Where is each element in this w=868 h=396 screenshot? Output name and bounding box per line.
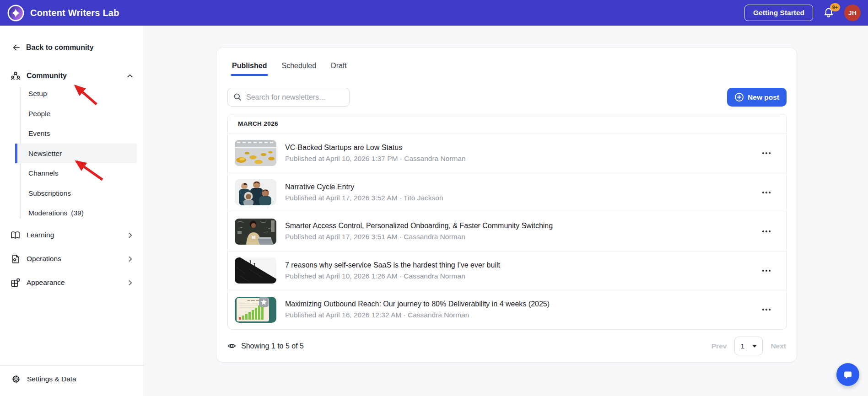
sidebar-item-setup[interactable]: Setup bbox=[0, 84, 137, 104]
chevron-right-icon bbox=[126, 255, 135, 263]
arrow-left-icon bbox=[12, 43, 21, 52]
post-row[interactable]: Smarter Access Control, Personalized Onb… bbox=[228, 212, 787, 251]
tab-scheduled[interactable]: Scheduled bbox=[281, 62, 316, 76]
post-text: Maximizing Outbound Reach: Our journey t… bbox=[285, 300, 550, 319]
post-thumbnail-team-photo bbox=[235, 179, 276, 205]
plus-circle-icon bbox=[734, 92, 744, 102]
post-thumbnail-person-blackboard bbox=[235, 219, 276, 245]
post-row[interactable]: Narrative Cycle Entry Published at April… bbox=[228, 173, 787, 212]
main-content: Published Scheduled Draft New p bbox=[144, 26, 868, 396]
post-meta: Published at April 17, 2026 3:52 AM · Ti… bbox=[285, 194, 443, 202]
newsletter-search bbox=[227, 88, 350, 107]
back-to-community-link[interactable]: Back to community bbox=[12, 43, 94, 52]
sidebar-section-operations[interactable]: Operations bbox=[10, 252, 135, 265]
new-post-button[interactable]: New post bbox=[727, 88, 787, 107]
sidebar-section-appearance[interactable]: Appearance bbox=[10, 276, 135, 289]
page-select-value: 1 bbox=[740, 342, 744, 350]
post-title: Narrative Cycle Entry bbox=[285, 183, 443, 191]
document-gear-icon bbox=[10, 254, 21, 264]
prev-page-button[interactable]: Prev bbox=[712, 342, 727, 350]
eye-icon bbox=[227, 342, 236, 350]
post-options-button[interactable] bbox=[758, 263, 775, 278]
sidebar-item-subscriptions[interactable]: Subscriptions bbox=[0, 183, 137, 203]
gear-icon bbox=[11, 374, 21, 384]
top-bar-actions: Getting Started 9+ JH bbox=[744, 5, 861, 21]
layout-blocks-icon bbox=[10, 278, 21, 288]
post-thumbnail-bar-chart bbox=[235, 297, 276, 323]
chat-widget-button[interactable] bbox=[836, 363, 859, 386]
app-title: Content Writers Lab bbox=[30, 8, 119, 18]
sidebar-item-channels[interactable]: Channels bbox=[0, 163, 137, 183]
app-window: Content Writers Lab Getting Started 9+ J… bbox=[0, 0, 868, 396]
community-label: Community bbox=[27, 72, 67, 80]
chevron-down-icon bbox=[752, 345, 757, 348]
chat-bubble-icon bbox=[841, 368, 854, 381]
post-options-button[interactable] bbox=[758, 185, 775, 200]
newsletter-card: Published Scheduled Draft New p bbox=[216, 47, 797, 363]
chevron-right-icon bbox=[126, 231, 135, 240]
post-meta: Published at April 10, 2026 1:26 AM · Ca… bbox=[285, 272, 500, 280]
post-text: VC-Backed Startups are Low Status Publis… bbox=[285, 144, 466, 163]
notification-count-badge: 9+ bbox=[830, 3, 840, 11]
sidebar: Back to community Community Setup Peopl bbox=[0, 26, 144, 396]
people-group-icon bbox=[10, 70, 21, 81]
search-input[interactable] bbox=[246, 93, 344, 102]
chevron-right-icon bbox=[126, 278, 135, 287]
pagination: Prev 1 Next bbox=[712, 337, 786, 355]
post-row[interactable]: VC-Backed Startups are Low Status Publis… bbox=[228, 134, 787, 173]
list-footer: Showing 1 to 5 of 5 Prev 1 Next bbox=[227, 337, 786, 355]
next-page-button[interactable]: Next bbox=[771, 342, 786, 350]
post-text: Smarter Access Control, Personalized Onb… bbox=[285, 222, 553, 241]
sidebar-divider bbox=[0, 365, 144, 366]
community-subnav: Setup People Events Newsletter Channels … bbox=[0, 84, 137, 223]
app-logo-sparkle-icon bbox=[7, 5, 24, 21]
tab-published[interactable]: Published bbox=[232, 62, 267, 76]
top-bar: Content Writers Lab Getting Started 9+ J… bbox=[0, 0, 868, 26]
post-title: Smarter Access Control, Personalized Onb… bbox=[285, 222, 553, 230]
settings-and-data-link[interactable]: Settings & Data bbox=[11, 374, 76, 384]
notifications-button[interactable]: 9+ bbox=[822, 6, 835, 19]
sidebar-section-learning[interactable]: Learning bbox=[10, 229, 135, 241]
post-options-button[interactable] bbox=[758, 302, 775, 317]
moderations-count: (39) bbox=[71, 209, 84, 217]
post-title: VC-Backed Startups are Low Status bbox=[285, 144, 466, 152]
showing-summary: Showing 1 to 5 of 5 bbox=[227, 342, 304, 350]
month-group-header: MARCH 2026 bbox=[228, 114, 787, 134]
post-meta: Published at April 10, 2026 1:37 PM · Ca… bbox=[285, 155, 466, 163]
sidebar-item-people[interactable]: People bbox=[0, 104, 137, 124]
sidebar-section-community[interactable]: Community bbox=[10, 70, 135, 82]
sidebar-item-newsletter[interactable]: Newsletter bbox=[15, 144, 137, 164]
post-text: 7 reasons why self-service SaaS is the h… bbox=[285, 261, 500, 280]
getting-started-button[interactable]: Getting Started bbox=[744, 5, 813, 21]
post-row[interactable]: Maximizing Outbound Reach: Our journey t… bbox=[228, 290, 787, 329]
search-icon bbox=[233, 93, 242, 102]
user-avatar[interactable]: JH bbox=[844, 5, 861, 21]
post-row[interactable]: 7 reasons why self-service SaaS is the h… bbox=[228, 251, 787, 290]
sidebar-item-events[interactable]: Events bbox=[0, 123, 137, 144]
post-title: 7 reasons why self-service SaaS is the h… bbox=[285, 261, 500, 269]
chevron-up-icon bbox=[125, 71, 135, 80]
back-label: Back to community bbox=[26, 43, 94, 52]
page-select[interactable]: 1 bbox=[734, 337, 763, 355]
newsletter-tabs: Published Scheduled Draft bbox=[232, 62, 347, 76]
sidebar-item-moderations[interactable]: Moderations(39) bbox=[0, 203, 137, 223]
post-thumbnail-gold-sculptures bbox=[235, 140, 276, 166]
post-title: Maximizing Outbound Reach: Our journey t… bbox=[285, 300, 550, 308]
open-book-icon bbox=[10, 230, 21, 241]
post-thumbnail-mountain-hikers bbox=[235, 257, 276, 284]
post-meta: Published at April 16, 2026 12:32 AM · C… bbox=[285, 311, 550, 319]
post-options-button[interactable] bbox=[758, 224, 775, 239]
post-text: Narrative Cycle Entry Published at April… bbox=[285, 183, 443, 202]
post-meta: Published at April 17, 2026 3:51 AM · Ca… bbox=[285, 233, 553, 241]
post-options-button[interactable] bbox=[758, 145, 775, 161]
tab-draft[interactable]: Draft bbox=[331, 62, 347, 76]
newsletter-list: MARCH 2026 bbox=[227, 114, 787, 330]
